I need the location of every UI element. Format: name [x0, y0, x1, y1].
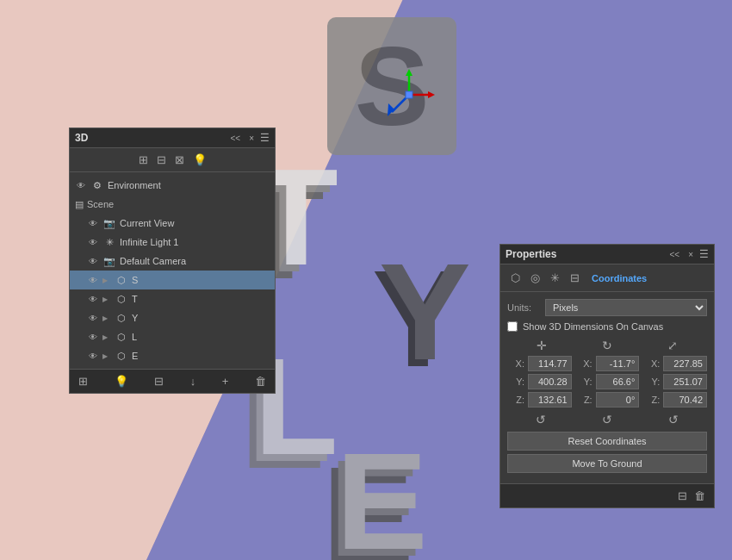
scene-item-s[interactable]: 👁 ▶ ⬡ S	[70, 271, 275, 289]
active-tab-label: Coordinates	[588, 271, 650, 285]
move-ground-btn-icon[interactable]: ↓	[190, 375, 196, 388]
y-scale-label: Y:	[642, 376, 660, 387]
reset-coordinates-button[interactable]: Reset Coordinates	[507, 432, 707, 451]
panel-3d-toolbar: ⊞ ⊟ ⊠ 💡	[70, 148, 275, 172]
mesh-settings-icon[interactable]: ⊟	[157, 153, 166, 166]
tab-light[interactable]: ✳	[549, 270, 561, 286]
x-scale-input[interactable]	[663, 356, 707, 371]
expand-arrow-s[interactable]: ▶	[102, 277, 111, 284]
light-settings-icon[interactable]: 💡	[193, 153, 207, 166]
scene-item-y[interactable]: 👁 ▶ ⬡ Y	[70, 308, 275, 327]
reset-scale-icon[interactable]: ↺	[641, 413, 707, 426]
coord-grid: X: X: X: Y: Y: Y: Z: Z: Z:	[507, 356, 707, 408]
delete-scene-icon[interactable]: 🗑	[694, 489, 705, 502]
scene-item-current-view[interactable]: 👁 📷 Current View	[70, 214, 275, 233]
eye-icon-environment[interactable]: 👁	[75, 181, 87, 190]
tab-mesh[interactable]: ⬡	[509, 270, 522, 286]
props-close-btn[interactable]: ×	[685, 249, 696, 260]
render-icon[interactable]: ⊞	[78, 375, 88, 388]
units-select[interactable]: Pixels Inches Centimeters	[545, 299, 707, 316]
scene-item-l[interactable]: 👁 ▶ ⬡ L	[70, 327, 275, 346]
scene-section: ▤ Scene	[70, 195, 275, 214]
eye-icon-current-view[interactable]: 👁	[87, 219, 99, 228]
x-scale-label: X:	[642, 358, 660, 369]
camera-icon-current-view: 📷	[102, 218, 116, 229]
default-camera-label: Default Camera	[120, 256, 270, 266]
light-add-icon[interactable]: 💡	[115, 375, 128, 388]
y-scale-input[interactable]	[663, 374, 707, 389]
eye-icon-s[interactable]: 👁	[87, 276, 99, 285]
x-pos-label: X:	[507, 358, 524, 369]
expand-arrow-y[interactable]: ▶	[102, 314, 111, 322]
env-icon: ⚙	[90, 180, 104, 191]
svg-marker-5	[388, 103, 394, 116]
scene-item-e[interactable]: 👁 ▶ ⬡ E	[70, 346, 275, 365]
y-rot-input[interactable]	[596, 374, 640, 389]
z-rot-label: Z:	[575, 395, 592, 405]
environment-label: Environment	[108, 180, 270, 190]
scene-item-default-camera[interactable]: 👁 📷 Default Camera	[70, 252, 275, 271]
panel-3d-menu-icon[interactable]: ☰	[260, 132, 270, 144]
z-scale-input[interactable]	[663, 392, 707, 408]
eye-icon-y[interactable]: 👁	[87, 314, 99, 323]
scene-section-icon: ▤	[75, 199, 84, 210]
props-collapse-btn[interactable]: <<	[667, 249, 682, 260]
props-bottom-toolbar: ⊟ 🗑	[500, 483, 714, 507]
letter-y-3d: Y	[379, 233, 471, 391]
scene-add-icon[interactable]: ⊟	[154, 375, 164, 388]
panel-3d-close-btn[interactable]: ×	[246, 133, 257, 144]
scene-settings-icon[interactable]: ⊠	[175, 153, 184, 166]
panel-3d-collapse-btn[interactable]: <<	[227, 133, 243, 144]
e-label: E	[132, 351, 270, 361]
reset-rotation-icon[interactable]: ↺	[574, 413, 640, 426]
panel-properties: Properties << × ☰ ⬡ ◎ ✳ ⊟ Coordinates Un…	[499, 244, 715, 508]
tab-scene[interactable]: ⊟	[568, 270, 581, 286]
scene-item-t[interactable]: 👁 ▶ ⬡ T	[70, 289, 275, 308]
expand-arrow-t[interactable]: ▶	[102, 296, 111, 303]
eye-icon-t[interactable]: 👁	[87, 295, 99, 304]
eye-icon-e[interactable]: 👁	[87, 352, 99, 361]
delete-object-icon[interactable]: 🗑	[255, 375, 266, 388]
eye-icon-l[interactable]: 👁	[87, 333, 99, 342]
scene-item-environment[interactable]: 👁 ⚙ Environment	[70, 176, 275, 195]
expand-arrow-e[interactable]: ▶	[102, 352, 111, 360]
render-settings-icon[interactable]: ⊞	[139, 153, 148, 166]
show-3d-row: Show 3D Dimensions On Canvas	[507, 321, 707, 332]
panel-3d-controls: << × ☰	[227, 132, 270, 144]
y-pos-input[interactable]	[528, 374, 572, 389]
move-to-ground-button[interactable]: Move To Ground	[507, 454, 707, 473]
z-pos-label: Z:	[507, 395, 524, 405]
x-pos-input[interactable]	[528, 356, 572, 371]
s-label: S	[132, 275, 270, 285]
eye-icon-default-camera[interactable]: 👁	[87, 257, 99, 266]
y-label: Y	[132, 313, 270, 323]
x-rot-label: X:	[575, 358, 592, 369]
reset-position-icon[interactable]: ↺	[507, 413, 574, 426]
panel-3d-title: 3D	[75, 132, 88, 144]
rotate-header-icon: ↻	[574, 339, 640, 352]
svg-marker-1	[406, 69, 413, 76]
tab-material[interactable]: ◎	[529, 270, 542, 286]
svg-marker-3	[428, 91, 435, 98]
expand-arrow-l[interactable]: ▶	[102, 333, 111, 341]
props-menu-icon[interactable]: ☰	[699, 248, 709, 260]
x-rot-input[interactable]	[596, 356, 640, 371]
z-rot-input[interactable]	[596, 392, 640, 408]
units-label: Units:	[507, 302, 540, 313]
scene-item-infinite-light[interactable]: 👁 ✳ Infinite Light 1	[70, 233, 275, 252]
z-pos-input[interactable]	[528, 392, 572, 408]
light-icon-infinite: ✳	[102, 237, 116, 248]
t-label: T	[132, 294, 270, 304]
eye-icon-infinite-light[interactable]: 👁	[87, 238, 99, 247]
panel-3d-header-left: 3D	[75, 132, 88, 144]
export-icon[interactable]: ⊟	[678, 489, 687, 502]
scene-section-label: Scene	[87, 199, 114, 209]
mesh-icon-t: ⬡	[115, 294, 128, 305]
panel-3d-header: 3D << × ☰	[70, 128, 275, 148]
props-controls: << × ☰	[667, 248, 709, 260]
add-object-icon[interactable]: +	[222, 375, 229, 388]
scene-list: 👁 ⚙ Environment ▤ Scene 👁 📷 Current View…	[70, 172, 275, 369]
y-rot-label: Y:	[575, 376, 592, 387]
mesh-icon-e: ⬡	[115, 351, 128, 362]
show-3d-checkbox[interactable]	[507, 321, 518, 332]
